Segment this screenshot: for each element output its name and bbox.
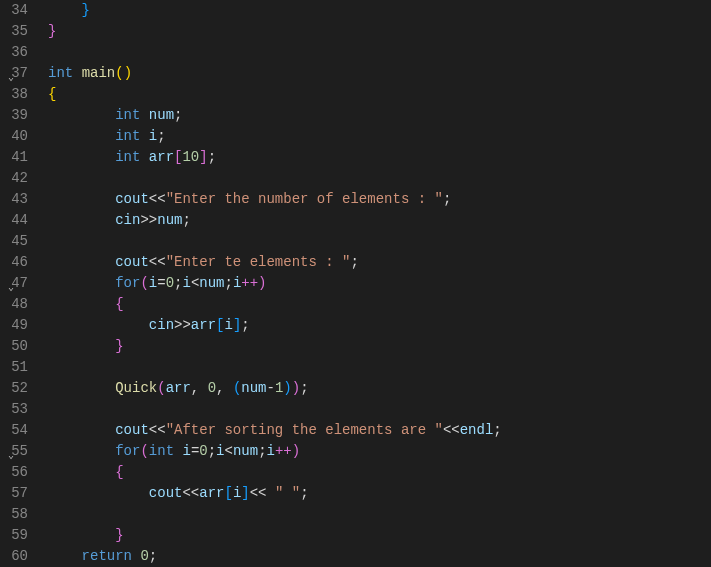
- line-number-text: 36: [11, 44, 28, 60]
- code-token: num: [149, 107, 174, 123]
- line-number: 42: [10, 168, 28, 189]
- code-line[interactable]: [48, 357, 711, 378]
- code-token: 0: [199, 443, 207, 459]
- line-number: ⌄55: [10, 441, 28, 462]
- code-line[interactable]: [48, 231, 711, 252]
- indent: [48, 443, 115, 459]
- fold-chevron-icon[interactable]: ⌄: [2, 67, 14, 79]
- line-number: ⌄37: [10, 63, 28, 84]
- code-line[interactable]: cout<<"Enter te elements : ";: [48, 252, 711, 273]
- fold-chevron-icon[interactable]: ⌄: [2, 277, 14, 289]
- code-token: cout: [115, 191, 149, 207]
- line-number: 60: [10, 546, 28, 567]
- line-number-text: 56: [11, 464, 28, 480]
- line-number: 40: [10, 126, 28, 147]
- code-token: <: [225, 443, 233, 459]
- line-number-text: 49: [11, 317, 28, 333]
- code-token: for: [115, 275, 140, 291]
- code-token: ;: [149, 548, 157, 564]
- code-token: -: [267, 380, 275, 396]
- line-number: 44: [10, 210, 28, 231]
- code-line[interactable]: cout<<"After sorting the elements are "<…: [48, 420, 711, 441]
- code-line[interactable]: [48, 42, 711, 63]
- code-line[interactable]: cin>>arr[i];: [48, 315, 711, 336]
- line-number-text: 52: [11, 380, 28, 396]
- code-line[interactable]: return 0;: [48, 546, 711, 567]
- code-line[interactable]: Quick(arr, 0, (num-1));: [48, 378, 711, 399]
- line-number: 54: [10, 420, 28, 441]
- indent: [48, 107, 115, 123]
- code-line[interactable]: int num;: [48, 105, 711, 126]
- code-line[interactable]: {: [48, 84, 711, 105]
- code-token: ;: [300, 485, 308, 501]
- code-token: i: [216, 443, 224, 459]
- line-number-text: 57: [11, 485, 28, 501]
- line-number: 50: [10, 336, 28, 357]
- code-line[interactable]: [48, 504, 711, 525]
- code-token: }: [115, 338, 123, 354]
- code-line[interactable]: {: [48, 294, 711, 315]
- code-token: ;: [241, 317, 249, 333]
- code-line[interactable]: }: [48, 0, 711, 21]
- line-number: 41: [10, 147, 28, 168]
- line-number: 36: [10, 42, 28, 63]
- code-token: }: [82, 2, 90, 18]
- indent: [48, 338, 115, 354]
- fold-chevron-icon[interactable]: ⌄: [2, 445, 14, 457]
- code-token: ): [283, 380, 291, 396]
- code-line[interactable]: cout<<arr[i]<< " ";: [48, 483, 711, 504]
- code-line[interactable]: }: [48, 525, 711, 546]
- code-area[interactable]: }}int main(){ int num; int i; int arr[10…: [40, 0, 711, 567]
- code-line[interactable]: [48, 168, 711, 189]
- code-token: (: [140, 443, 148, 459]
- code-token: ;: [493, 422, 501, 438]
- code-token: arr: [199, 485, 224, 501]
- code-line[interactable]: cin>>num;: [48, 210, 711, 231]
- code-token: int: [115, 107, 140, 123]
- code-token: }: [115, 527, 123, 543]
- code-line[interactable]: for(int i=0;i<num;i++): [48, 441, 711, 462]
- code-token: ;: [443, 191, 451, 207]
- code-token: num: [241, 380, 266, 396]
- code-line[interactable]: int main(): [48, 63, 711, 84]
- code-token: i: [182, 275, 190, 291]
- code-line[interactable]: {: [48, 462, 711, 483]
- code-line[interactable]: for(i=0;i<num;i++): [48, 273, 711, 294]
- code-token: ): [292, 380, 300, 396]
- line-number-text: 46: [11, 254, 28, 270]
- line-number: 59: [10, 525, 28, 546]
- code-line[interactable]: cout<<"Enter the number of elements : ";: [48, 189, 711, 210]
- line-number: 34: [10, 0, 28, 21]
- line-number-text: 58: [11, 506, 28, 522]
- code-line[interactable]: }: [48, 21, 711, 42]
- code-token: 0: [140, 548, 148, 564]
- code-token: (: [140, 275, 148, 291]
- code-token: int: [48, 65, 73, 81]
- code-token: i: [267, 443, 275, 459]
- code-line[interactable]: }: [48, 336, 711, 357]
- code-line[interactable]: [48, 399, 711, 420]
- line-number: ⌄47: [10, 273, 28, 294]
- line-number: 49: [10, 315, 28, 336]
- code-token: ++): [241, 275, 266, 291]
- code-line[interactable]: int i;: [48, 126, 711, 147]
- line-number: 39: [10, 105, 28, 126]
- code-token: >>: [174, 317, 191, 333]
- code-token: (): [115, 65, 132, 81]
- code-line[interactable]: int arr[10];: [48, 147, 711, 168]
- line-number: 48: [10, 294, 28, 315]
- line-number-text: 44: [11, 212, 28, 228]
- line-number: 46: [10, 252, 28, 273]
- code-token: ;: [300, 380, 308, 396]
- code-token: [267, 485, 275, 501]
- code-token: cin: [115, 212, 140, 228]
- code-editor[interactable]: 343536⌄37383940414243444546⌄474849505152…: [0, 0, 711, 567]
- code-token: int: [115, 128, 140, 144]
- code-token: ]: [199, 149, 207, 165]
- indent: [48, 149, 115, 165]
- indent: [48, 527, 115, 543]
- line-number-text: 45: [11, 233, 28, 249]
- line-number-text: 38: [11, 86, 28, 102]
- code-token: <<: [149, 254, 166, 270]
- code-token: [140, 128, 148, 144]
